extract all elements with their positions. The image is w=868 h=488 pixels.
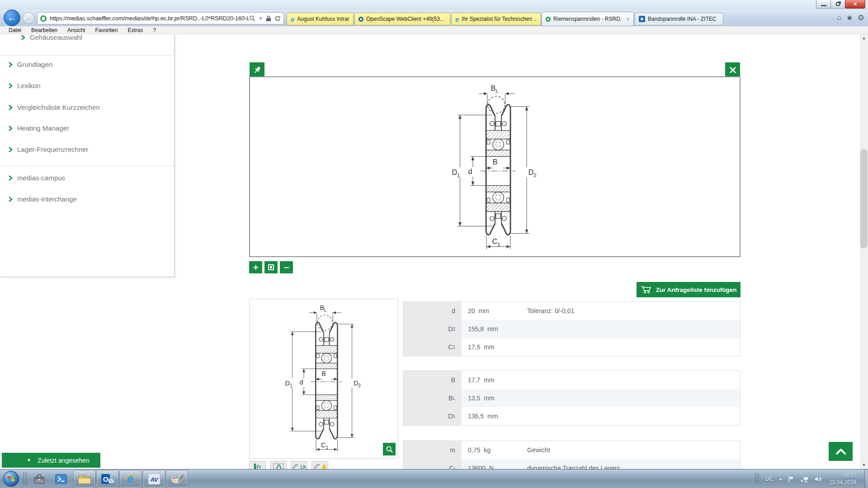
- minimize-button[interactable]: [816, 0, 831, 9]
- restore-button[interactable]: [830, 0, 845, 9]
- chevron-right-icon: [8, 146, 13, 153]
- window-titlebar[interactable]: ×: [0, 0, 868, 10]
- tray-expand-icon[interactable]: ▲: [778, 477, 783, 481]
- settings-gear-icon[interactable]: ⚙: [858, 13, 864, 23]
- scrollbar-up-icon[interactable]: ▲: [860, 34, 868, 42]
- zitec-favicon: [639, 16, 645, 22]
- close-icon: ×: [853, 1, 857, 7]
- magnifier-icon: [386, 446, 393, 453]
- load-bar-icon: [254, 464, 256, 469]
- search-icon[interactable]: [249, 15, 255, 22]
- recently-viewed-button[interactable]: ▼ Zuletzt angesehen: [2, 453, 100, 468]
- table-row[interactable]: D2 155,8mm: [403, 320, 740, 338]
- menu-favoriten[interactable]: Favoriten: [90, 27, 123, 33]
- calculation-tools: Fr Lh: [249, 461, 328, 469]
- tool-angle-button[interactable]: [270, 461, 287, 469]
- param-value: 17,7mm: [462, 376, 527, 384]
- network-icon[interactable]: [800, 475, 809, 483]
- sidebar-item-heating-manager[interactable]: Heating Manager: [8, 124, 69, 132]
- param-symbol: d: [403, 302, 462, 320]
- table-row[interactable]: Cr 13600N dynamische Tragzahl des Lagers: [403, 459, 740, 469]
- taskbar-av-app-button[interactable]: AV: [143, 470, 165, 488]
- language-indicator[interactable]: DE: [765, 476, 773, 482]
- chevron-down-icon[interactable]: ▼: [259, 16, 263, 21]
- param-value: 155,8mm: [462, 325, 527, 333]
- url-text[interactable]: https://medias.schaeffler.com/medias/de!…: [50, 15, 249, 22]
- taskbar-powershell-button[interactable]: [53, 472, 69, 486]
- tab-august-kuhfuss[interactable]: e August Kuhfuss Intranet: [287, 13, 354, 25]
- refresh-icon[interactable]: [274, 15, 281, 22]
- internet-explorer-icon: e: [124, 473, 137, 485]
- menu-bearbeiten[interactable]: Bearbeiten: [26, 27, 62, 33]
- favorites-star-icon[interactable]: ★: [846, 13, 853, 23]
- tab-bandspannrolle[interactable]: Bandspannrolle INA - ZITEC: [635, 13, 723, 25]
- add-to-inquiry-button[interactable]: Zur Anfrageliste hinzufügen: [637, 282, 741, 297]
- menu-datei[interactable]: Datei: [4, 27, 26, 33]
- table-row[interactable]: C1 17,5mm: [403, 338, 740, 356]
- scroll-to-top-button[interactable]: [829, 442, 853, 461]
- sidebar-item-medias-interchange[interactable]: medias-interchange: [8, 195, 77, 203]
- param-symbol: C1: [403, 338, 462, 356]
- zoom-out-button[interactable]: −: [280, 261, 293, 273]
- table-row[interactable]: D1 136,5mm: [403, 407, 740, 425]
- bearing-icon: [292, 464, 299, 469]
- start-button[interactable]: [3, 471, 19, 487]
- taskbar-explorer-button[interactable]: [74, 470, 95, 488]
- tab-riemenspannrollen[interactable]: Riemenspannrollen - RSRD... ×: [542, 12, 634, 26]
- taskbar-toolbox-button[interactable]: [32, 472, 47, 486]
- paint-icon: [170, 473, 184, 485]
- menu-ansicht[interactable]: Ansicht: [62, 27, 90, 33]
- scrollbar-down-icon[interactable]: ▼: [860, 461, 868, 469]
- page-scrollbar[interactable]: ▲ ▼: [860, 34, 868, 469]
- taskbar-grip[interactable]: [23, 472, 28, 486]
- close-window-button[interactable]: ×: [845, 0, 865, 9]
- dim-label-C1: C1: [321, 441, 328, 450]
- show-desktop-button[interactable]: [864, 469, 868, 488]
- table-row[interactable]: B 17,7mm: [403, 371, 740, 389]
- table-row[interactable]: BL 13,5mm: [403, 389, 740, 407]
- close-viewer-button[interactable]: [725, 62, 740, 77]
- tray-grip[interactable]: [755, 473, 760, 485]
- param-value: 17,5mm: [462, 343, 527, 351]
- address-bar[interactable]: https://medias.schaeffler.com/medias/de!…: [37, 12, 284, 24]
- powershell-icon: [55, 474, 67, 484]
- home-icon[interactable]: ⌂: [837, 13, 841, 23]
- drawing-panel-large[interactable]: BL D1 d B D2 C1: [249, 76, 741, 257]
- menu-extras[interactable]: Extras: [123, 27, 148, 33]
- sidebar-item-grundlagen[interactable]: Grundlagen: [8, 61, 52, 68]
- svg-text:O: O: [103, 475, 108, 483]
- pin-button[interactable]: [250, 62, 264, 77]
- table-row[interactable]: m 0,75kg Gewicht: [403, 441, 740, 459]
- taskbar-internet-explorer-button[interactable]: e: [120, 470, 141, 488]
- sidebar-item-vergleichsliste[interactable]: Vergleichsliste Kurzzeichen: [8, 103, 100, 111]
- forward-button[interactable]: →: [23, 12, 34, 24]
- chevron-right-icon: [8, 104, 13, 111]
- openscape-favicon: [359, 17, 363, 22]
- drawing-panel-small[interactable]: BL D1 d B D2 C1: [249, 299, 398, 459]
- sidebar-item-lager-frequenzrechner[interactable]: Lager-Frequenzrechner: [8, 145, 89, 153]
- svg-text:AV: AV: [150, 476, 158, 483]
- tab-openscape[interactable]: OpenScape WebClient +49(53...: [354, 13, 450, 25]
- taskbar-paint-button[interactable]: [166, 470, 188, 488]
- table-row[interactable]: d 20mm Toleranz: 0/-0,01: [403, 302, 740, 320]
- back-button[interactable]: ←: [4, 9, 20, 26]
- tool-lubrication-button[interactable]: [311, 461, 328, 469]
- zoom-in-button[interactable]: +: [249, 261, 262, 273]
- sidebar-item-medias-campus[interactable]: medias-campus: [8, 174, 65, 182]
- volume-icon[interactable]: [814, 475, 822, 483]
- menu-hilfe[interactable]: ?: [148, 27, 161, 33]
- taskbar-outlook-button[interactable]: O: [97, 470, 118, 488]
- sidebar-item-lexikon[interactable]: Lexikon: [8, 82, 41, 89]
- zoom-reset-button[interactable]: [264, 261, 278, 273]
- tool-rating-life-button[interactable]: Lh: [291, 461, 307, 469]
- close-tab-icon[interactable]: ×: [626, 16, 630, 23]
- tab-spezialist[interactable]: e Ihr Spezialist für Technischen ...: [451, 13, 541, 25]
- scrollbar-thumb[interactable]: [860, 149, 868, 249]
- clock[interactable]: 09:57 23.04.2019: [829, 472, 856, 486]
- tool-radial-load-button[interactable]: Fr: [249, 461, 266, 469]
- tab-bar: e August Kuhfuss Intranet OpenScape WebC…: [287, 12, 724, 26]
- magnify-button[interactable]: [383, 443, 396, 455]
- sidebar-item-gehaeuseauswahl[interactable]: Gehäuseauswahl: [21, 34, 82, 41]
- action-center-flag-icon[interactable]: [788, 475, 795, 483]
- dim-label-C1: C1: [492, 237, 500, 247]
